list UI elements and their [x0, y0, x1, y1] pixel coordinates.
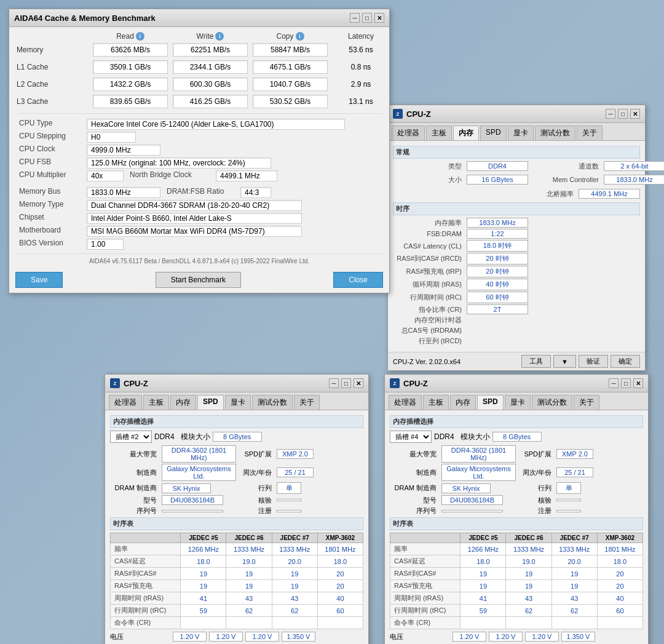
spd2-rowlabel-label: 行列	[237, 483, 274, 493]
timing-row-label: CAS#延迟	[390, 555, 460, 568]
spd2-timing-table: JEDEC #5 JEDEC #6 JEDEC #7 XMP-3602 频率12…	[110, 533, 363, 629]
tab-cpu[interactable]: 处理器	[392, 125, 425, 140]
timing-label: 内存频率	[393, 218, 467, 228]
spd4-tab-bench[interactable]: 测试分数	[532, 395, 572, 410]
tab-about[interactable]: 关于	[577, 125, 603, 140]
northbridge-label: 北桥频率	[505, 189, 579, 199]
type-row: 类型 DDR4	[393, 161, 528, 171]
close-button[interactable]: ✕	[374, 13, 384, 23]
timing-row: 指令比率 (CR)2T	[393, 304, 640, 314]
ok-button-mem[interactable]: 确定	[611, 355, 640, 368]
l2cache-row: L2 Cache 1432.2 GB/s 600.30 GB/s 1040.7 …	[14, 78, 384, 91]
l1cache-copy: 4675.1 GB/s	[253, 60, 328, 74]
cpuz-memory-maximize[interactable]: □	[618, 109, 628, 119]
memory-label: Memory	[17, 46, 90, 54]
cpuz-spd4-title: CPU-Z	[403, 379, 428, 388]
spd4-voltage-xmp: 1.350 V	[561, 632, 595, 642]
read-info-icon[interactable]: i	[136, 32, 144, 41]
spd4-weekyear: 25 / 21	[556, 467, 593, 477]
cpuz-spd2-close[interactable]: ✕	[354, 378, 363, 388]
spd4-tab-board[interactable]: 主板	[423, 395, 449, 410]
timing-value: 40 时钟	[467, 279, 528, 290]
close-button-aida[interactable]: Close	[333, 272, 383, 288]
timing-label: 指令比率 (CR)	[393, 305, 467, 314]
write-column-header: Write i	[170, 32, 250, 41]
write-info-icon[interactable]: i	[215, 32, 224, 41]
spd2-drammfr-label: DRAM 制造商	[110, 483, 159, 493]
cpuz-memory-body: 常规 类型 DDR4 通道数 2 x 64-bit 大小 16 GBytes M…	[388, 141, 645, 352]
timing-cell-j5	[460, 617, 506, 629]
spd4-tab-about[interactable]: 关于	[574, 395, 599, 410]
dropdown-button-mem[interactable]: ▼	[553, 355, 576, 368]
spd2-tab-about[interactable]: 关于	[294, 395, 320, 410]
timing-label: 内存空闲计时器	[393, 316, 467, 325]
timing-cell-j5: 1266 MHz	[181, 543, 226, 555]
verify-button-mem[interactable]: 验证	[579, 355, 608, 368]
cpuz-spd4-tabs: 处理器 主板 内存 SPD 显卡 测试分数 关于	[385, 392, 648, 410]
table-row: CAS#延迟18.019.020.018.0	[111, 555, 363, 568]
tool-button-mem[interactable]: 工具	[521, 355, 551, 368]
bios-value: 1.00	[87, 239, 124, 250]
spd4-tab-gpu[interactable]: 显卡	[505, 395, 531, 410]
spd2-timing-title: 时序表	[110, 517, 363, 530]
save-button[interactable]: Save	[15, 272, 63, 288]
spd2-slot-select[interactable]: 插槽 #1 插槽 #2 插槽 #3 插槽 #4	[110, 431, 152, 443]
spd4-module-size: 8 GBytes	[492, 432, 542, 442]
northbridge-value: 4499.1 MHz	[579, 189, 640, 199]
spd4-weekyear-label: 周次/年份	[517, 468, 554, 477]
copy-info-icon[interactable]: i	[296, 32, 304, 41]
spd4-spdext: XMP 2.0	[556, 449, 593, 459]
tab-gpu[interactable]: 显卡	[508, 125, 534, 140]
table-row: 行周期时间 (tRC)59626260	[390, 605, 643, 617]
spd2-tab-board[interactable]: 主板	[143, 395, 169, 410]
timing-cell-j5: 59	[460, 605, 506, 617]
tab-memory[interactable]: 内存	[453, 125, 479, 140]
spd4-tab-memory[interactable]: 内存	[450, 395, 476, 410]
read-column-header: Read i	[90, 32, 170, 41]
tab-spd[interactable]: SPD	[480, 125, 507, 140]
cpuz-spd2-maximize[interactable]: □	[341, 378, 351, 388]
start-benchmark-button[interactable]: Start Benchmark	[156, 272, 241, 288]
cpuz-memory-minimize[interactable]: ─	[606, 109, 615, 119]
cpu-multiplier-row: CPU Multiplier 40x North Bridge Clock 44…	[19, 170, 379, 181]
tab-bench[interactable]: 测试分数	[535, 125, 575, 140]
cpuz-memory-window: Z CPU-Z ─ □ ✕ 处理器 主板 内存 SPD 显卡 测试分数 关于 常…	[387, 105, 646, 371]
maximize-button[interactable]: □	[362, 13, 372, 23]
timing-row: 行至列 (tRCD)	[393, 336, 640, 346]
spd4-slot-select[interactable]: 插槽 #1 插槽 #2 插槽 #3 插槽 #4	[390, 431, 432, 443]
cpuz-spd4-minimize[interactable]: ─	[609, 378, 619, 388]
north-bridge-clock-value: 4499.1 MHz	[216, 170, 277, 181]
spd4-th-j6: JEDEC #6	[506, 533, 551, 543]
spd2-th-j7: JEDEC #7	[272, 533, 317, 543]
spd2-tab-gpu[interactable]: 显卡	[225, 395, 251, 410]
timing-cell-j7: 1333 MHz	[551, 543, 597, 555]
table-row: CAS#延迟18.019.020.018.0	[390, 555, 643, 568]
l2cache-latency: 2.9 ns	[330, 80, 392, 89]
minimize-button[interactable]: ─	[350, 13, 360, 23]
tab-board[interactable]: 主板	[426, 125, 452, 140]
spd2-tab-cpu[interactable]: 处理器	[109, 395, 142, 410]
spd2-type: DDR4	[154, 432, 175, 441]
timing-cell-j7: 43	[272, 592, 317, 605]
spd2-th-j5: JEDEC #5	[181, 533, 226, 543]
timing-row: 内存频率1833.0 MHz	[393, 218, 640, 228]
cpu-stepping-value: H0	[87, 132, 136, 143]
table-row: 周期时间 (tRAS)41434340	[390, 592, 643, 605]
spd4-tab-cpu[interactable]: 处理器	[389, 395, 422, 410]
cpuz-memory-tabs: 处理器 主板 内存 SPD 显卡 测试分数 关于	[388, 123, 645, 141]
spd4-voltage-j6: 1.20 V	[489, 632, 523, 642]
spd4-tab-spd[interactable]: SPD	[477, 395, 504, 410]
spd4-voltage-label: 电压	[390, 632, 451, 642]
spd2-tab-spd[interactable]: SPD	[197, 395, 224, 410]
spd2-tab-bench[interactable]: 测试分数	[252, 395, 293, 410]
spd2-tab-memory[interactable]: 内存	[170, 395, 196, 410]
cpuz-spd2-minimize[interactable]: ─	[329, 378, 339, 388]
spd2-model: D4U0836184B	[162, 495, 223, 505]
cpuz-spd4-close[interactable]: ✕	[633, 378, 643, 388]
cpuz-memory-close[interactable]: ✕	[630, 109, 640, 119]
cpuz-spd4-maximize[interactable]: □	[621, 378, 631, 388]
spd2-module-size: 8 GBytes	[213, 432, 262, 442]
spd4-th-j5: JEDEC #5	[460, 533, 506, 543]
spd2-voltage-xmp: 1.350 V	[282, 632, 315, 642]
spd2-model-label: 型号	[110, 496, 159, 505]
